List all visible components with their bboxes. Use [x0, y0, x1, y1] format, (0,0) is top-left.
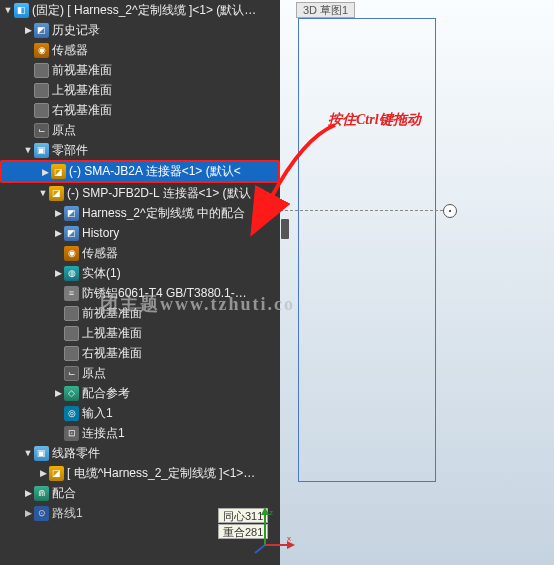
svg-marker-2: [261, 507, 269, 515]
expand-icon[interactable]: [52, 208, 64, 218]
front-plane-node[interactable]: 前视基准面: [0, 60, 280, 80]
sma-connector-node[interactable]: ◪(-) SMA-JB2A 连接器<1> (默认<: [0, 160, 280, 183]
smp-connector-node[interactable]: ◪(-) SMP-JFB2D-L 连接器<1> (默认: [0, 183, 280, 203]
annotation-arrow: [253, 120, 343, 220]
assembly-icon: ◧: [14, 3, 29, 18]
root-label: (固定) [ Harness_2^定制线缆 ]<1> (默认…: [32, 2, 256, 19]
right-plane-node[interactable]: 右视基准面: [0, 100, 280, 120]
conn-pt-node[interactable]: ⊡连接点1: [0, 423, 280, 443]
origin-icon: ⌙: [34, 123, 49, 138]
conn-icon: ⊡: [64, 426, 79, 441]
config-icon: ◩: [64, 206, 79, 221]
part-icon: ◪: [49, 466, 64, 481]
part-icon: ◪: [49, 186, 64, 201]
plane-icon: [64, 306, 79, 321]
plane-icon: [34, 63, 49, 78]
svg-line-5: [255, 545, 265, 553]
harness-cfg-node[interactable]: ◩Harness_2^定制线缆 中的配合: [0, 203, 280, 223]
origin-icon: ⌙: [64, 366, 79, 381]
plane-icon: [34, 83, 49, 98]
expand-icon[interactable]: [37, 188, 49, 198]
route-parts-folder[interactable]: ▣线路零件: [0, 443, 280, 463]
expand-icon[interactable]: [22, 145, 34, 155]
top-plane2-node[interactable]: 上视基准面: [0, 323, 280, 343]
history-node[interactable]: ◩历史记录: [0, 20, 280, 40]
mates-folder[interactable]: ⋒配合: [0, 483, 280, 503]
front-plane2-node[interactable]: 前视基准面: [0, 303, 280, 323]
mates-icon: ⋒: [34, 486, 49, 501]
material-icon: ≡: [64, 286, 79, 301]
splitter-handle[interactable]: [281, 219, 289, 239]
plane-icon: [34, 103, 49, 118]
right-plane2-node[interactable]: 右视基准面: [0, 343, 280, 363]
expand-icon[interactable]: [2, 5, 14, 15]
expand-icon[interactable]: [37, 468, 49, 478]
mate-ref-node[interactable]: ◇配合参考: [0, 383, 280, 403]
sensor2-node[interactable]: ◉传感器: [0, 243, 280, 263]
expand-icon[interactable]: [22, 25, 34, 35]
coordinate-triad: z x: [251, 505, 295, 555]
svg-text:x: x: [287, 534, 291, 543]
route-icon: ⊙: [34, 506, 49, 521]
input-icon: ◎: [64, 406, 79, 421]
part-icon: ◪: [51, 164, 66, 179]
expand-icon[interactable]: [52, 268, 64, 278]
feature-tree-panel: ◧ (固定) [ Harness_2^定制线缆 ]<1> (默认… ◩历史记录 …: [0, 0, 280, 565]
origin-node[interactable]: ⌙原点: [0, 120, 280, 140]
sketch-bounding-box: [298, 18, 436, 482]
sensor-node[interactable]: ◉传感器: [0, 40, 280, 60]
history-en-node[interactable]: ◩History: [0, 223, 280, 243]
history-icon: ◩: [34, 23, 49, 38]
cable-node[interactable]: ◪[ 电缆^Harness_2_定制线缆 ]<1>…: [0, 463, 280, 483]
expand-icon[interactable]: [22, 488, 34, 498]
folder-icon: ▣: [34, 446, 49, 461]
mate-ref-icon: ◇: [64, 386, 79, 401]
origin2-node[interactable]: ⌙原点: [0, 363, 280, 383]
sketch-tab[interactable]: 3D 草图1: [296, 2, 355, 18]
root-node[interactable]: ◧ (固定) [ Harness_2^定制线缆 ]<1> (默认…: [0, 0, 280, 20]
material-node[interactable]: ≡防锈铝6061-T4 GB/T3880.1-…: [0, 283, 280, 303]
expand-icon[interactable]: [52, 388, 64, 398]
sensor-icon: ◉: [64, 246, 79, 261]
svg-text:z: z: [269, 508, 273, 517]
input1-node[interactable]: ◎输入1: [0, 403, 280, 423]
solid-node[interactable]: ◍实体(1): [0, 263, 280, 283]
components-folder[interactable]: ▣零部件: [0, 140, 280, 160]
expand-icon[interactable]: [22, 508, 34, 518]
sensor-icon: ◉: [34, 43, 49, 58]
plane-icon: [64, 346, 79, 361]
expand-icon[interactable]: [22, 448, 34, 458]
expand-icon[interactable]: [39, 167, 51, 177]
solid-icon: ◍: [64, 266, 79, 281]
reference-point[interactable]: [443, 204, 457, 218]
plane-icon: [64, 326, 79, 341]
folder-icon: ▣: [34, 143, 49, 158]
expand-icon[interactable]: [52, 228, 64, 238]
top-plane-node[interactable]: 上视基准面: [0, 80, 280, 100]
history-icon: ◩: [64, 226, 79, 241]
